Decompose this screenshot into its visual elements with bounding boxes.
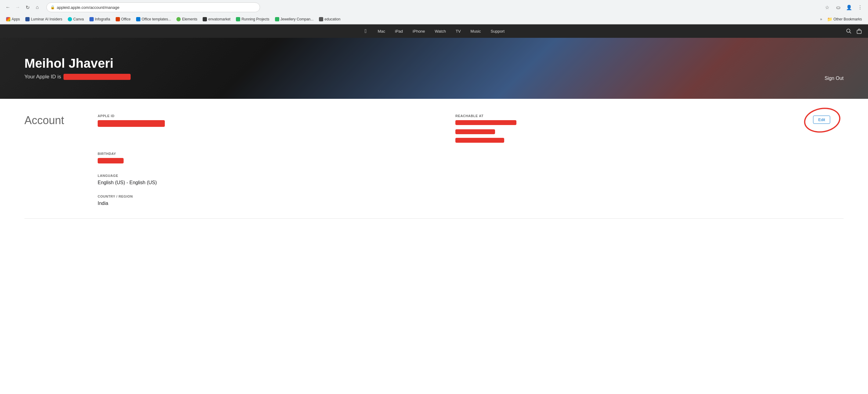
reload-button[interactable]: ↻ [23, 3, 32, 11]
nav-items-list:  Mac iPad iPhone Watch TV Music Support [359, 24, 509, 38]
language-field-group: LANGUAGE English (US) - English (US) [98, 174, 437, 186]
nav-music[interactable]: Music [466, 24, 486, 38]
bookmark-education[interactable]: education [316, 16, 343, 22]
bookmark-luminar-label: Luminar AI Insiders [31, 17, 62, 21]
user-name: Meihol Jhaveri [24, 56, 131, 71]
country-field-group: COUNTRY / REGION India [98, 195, 437, 206]
apple-id-label: APPLE ID [98, 114, 437, 118]
star-button[interactable]: ☆ [823, 3, 831, 11]
edit-button[interactable]: Edit [813, 116, 830, 124]
bookmark-other[interactable]: 📁 Other Bookmarks [825, 16, 864, 23]
envatomarket-icon [203, 17, 207, 21]
nav-iphone[interactable]: iPhone [408, 24, 430, 38]
reachable-at-label: REACHABLE AT [455, 114, 795, 118]
extensions-button[interactable]: ⛀ [834, 3, 842, 11]
elements-icon [177, 17, 181, 21]
bookmark-office-label: Office [121, 17, 131, 21]
other-bookmarks-label: Other Bookmarks [834, 17, 862, 21]
nav-actions [846, 28, 862, 34]
luminar-icon [25, 17, 30, 21]
bookmark-canva[interactable]: Canva [65, 16, 86, 22]
bookmarks-bar: Apps Luminar AI Insiders Canva Infografi… [0, 14, 868, 24]
account-section: Account APPLE ID REACHABLE AT BI [24, 114, 844, 206]
hero-section: Meihol Jhaveri Your Apple ID is Sign Out [0, 38, 868, 99]
jewellery-icon [275, 17, 279, 21]
bookmark-office-templates[interactable]: Office templates... [134, 16, 174, 22]
sign-out-button[interactable]: Sign Out [825, 76, 844, 81]
canva-icon [68, 17, 72, 21]
language-label: LANGUAGE [98, 174, 437, 177]
apps-icon [6, 17, 10, 21]
bookmark-running-label: Running Projects [241, 17, 269, 21]
bookmark-apps[interactable]: Apps [4, 16, 22, 22]
svg-line-1 [850, 32, 851, 34]
apple-id-line: Your Apple ID is [24, 74, 131, 80]
apple-logo-nav[interactable]:  [359, 24, 373, 38]
apple-id-redacted [63, 74, 131, 80]
bookmark-canva-label: Canva [73, 17, 84, 21]
bookmark-envatomarket-label: envatomarket [208, 17, 230, 21]
bookmark-jewellery-label: Jewellery Compan... [280, 17, 314, 21]
birthday-value [98, 158, 437, 165]
profile-button[interactable]: 👤 [845, 3, 854, 11]
apple-navigation:  Mac iPad iPhone Watch TV Music Support [0, 24, 868, 38]
hero-content: Meihol Jhaveri Your Apple ID is [24, 56, 131, 80]
folder-icon: 📁 [827, 17, 832, 22]
reachable-2-redacted [455, 129, 495, 134]
office-templates-icon [136, 17, 141, 21]
bookmark-education-label: education [324, 17, 340, 21]
browser-actions: ☆ ⛀ 👤 ⋮ [823, 3, 864, 11]
bookmark-apps-label: Apps [11, 17, 20, 21]
browser-toolbar: ← → ↻ ⌂ 🔒 ☆ ⛀ 👤 ⋮ [0, 0, 868, 14]
hero-sign-out: Sign Out [825, 76, 844, 81]
grid-filler-2 [455, 174, 795, 186]
forward-button[interactable]: → [13, 3, 22, 11]
account-section-label: Account [24, 114, 79, 206]
bookmarks-more-button[interactable]: » [818, 16, 824, 22]
grid-filler [455, 152, 795, 165]
reachable-at-field-group: REACHABLE AT [455, 114, 795, 143]
office-icon [116, 17, 120, 21]
back-button[interactable]: ← [4, 3, 12, 11]
bookmark-envatomarket[interactable]: envatomarket [200, 16, 233, 22]
apple-id-value-redacted [98, 120, 165, 127]
bag-icon[interactable] [857, 28, 862, 34]
search-icon[interactable] [846, 28, 851, 34]
svg-rect-2 [857, 30, 861, 34]
apple-id-field-group: APPLE ID [98, 114, 437, 143]
menu-button[interactable]: ⋮ [856, 3, 864, 11]
bookmark-infografia-label: Infografia [95, 17, 110, 21]
bookmark-elements-label: Elements [182, 17, 197, 21]
bookmark-running-projects[interactable]: Running Projects [234, 16, 272, 22]
main-content: Account APPLE ID REACHABLE AT BI [0, 99, 868, 246]
nav-tv[interactable]: TV [451, 24, 466, 38]
bookmark-elements[interactable]: Elements [174, 16, 199, 22]
home-button[interactable]: ⌂ [33, 3, 41, 11]
nav-mac[interactable]: Mac [373, 24, 390, 38]
reachable-at-value [455, 120, 795, 143]
bookmark-jewellery[interactable]: Jewellery Compan... [273, 16, 316, 22]
account-edit-area: Edit [813, 114, 844, 206]
section-divider [24, 218, 844, 219]
browser-chrome: ← → ↻ ⌂ 🔒 ☆ ⛀ 👤 ⋮ Apps Luminar AI Inside… [0, 0, 868, 24]
infografia-icon [89, 17, 94, 21]
language-value: English (US) - English (US) [98, 180, 437, 186]
nav-ipad[interactable]: iPad [390, 24, 408, 38]
birthday-label: BIRTHDAY [98, 152, 437, 156]
birthday-redacted [98, 158, 124, 163]
country-value: India [98, 201, 437, 206]
education-icon [319, 17, 323, 21]
account-fields: APPLE ID REACHABLE AT BIRTHDAY [98, 114, 795, 206]
bookmark-infografia[interactable]: Infografia [87, 16, 113, 22]
address-bar[interactable]: 🔒 [46, 2, 260, 12]
bookmark-office-templates-label: Office templates... [142, 17, 171, 21]
bookmark-office[interactable]: Office [113, 16, 133, 22]
birthday-field-group: BIRTHDAY [98, 152, 437, 165]
running-icon [236, 17, 240, 21]
bookmark-luminar[interactable]: Luminar AI Insiders [23, 16, 65, 22]
url-input[interactable] [57, 5, 256, 10]
reachable-1-redacted [455, 120, 517, 125]
nav-support[interactable]: Support [486, 24, 510, 38]
apple-id-value [98, 120, 437, 128]
nav-watch[interactable]: Watch [430, 24, 451, 38]
